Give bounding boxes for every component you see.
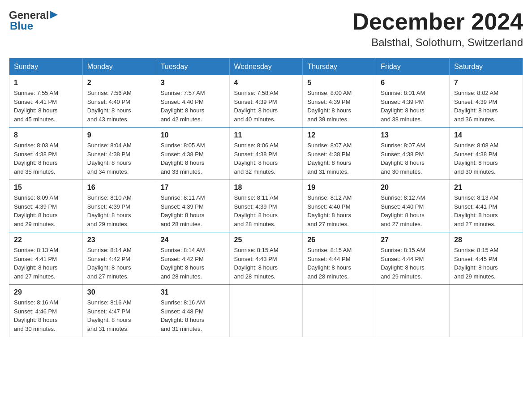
day-number: 25 <box>234 236 298 244</box>
week-row-5: 29Sunrise: 8:16 AMSunset: 4:46 PMDayligh… <box>9 285 523 337</box>
calendar-cell: 24Sunrise: 8:14 AMSunset: 4:42 PMDayligh… <box>156 232 229 285</box>
day-number: 1 <box>14 79 78 87</box>
calendar-cell: 30Sunrise: 8:16 AMSunset: 4:47 PMDayligh… <box>82 285 156 337</box>
calendar-cell <box>376 285 450 337</box>
calendar-cell: 17Sunrise: 8:11 AMSunset: 4:39 PMDayligh… <box>156 180 229 232</box>
weekday-header-row: SundayMondayTuesdayWednesdayThursdayFrid… <box>9 58 523 76</box>
calendar-cell: 14Sunrise: 8:08 AMSunset: 4:38 PMDayligh… <box>450 128 523 180</box>
day-info: Sunrise: 7:57 AMSunset: 4:40 PMDaylight:… <box>161 89 225 124</box>
day-info: Sunrise: 8:12 AMSunset: 4:40 PMDaylight:… <box>307 193 371 228</box>
day-info: Sunrise: 7:55 AMSunset: 4:41 PMDaylight:… <box>14 89 78 124</box>
calendar-cell: 2Sunrise: 7:56 AMSunset: 4:40 PMDaylight… <box>82 75 156 128</box>
day-number: 24 <box>161 236 225 244</box>
week-row-4: 22Sunrise: 8:13 AMSunset: 4:41 PMDayligh… <box>9 232 523 285</box>
day-number: 8 <box>14 131 78 139</box>
calendar-cell: 15Sunrise: 8:09 AMSunset: 4:39 PMDayligh… <box>9 180 83 232</box>
day-info: Sunrise: 8:10 AMSunset: 4:39 PMDaylight:… <box>87 193 151 228</box>
logo-blue-text: Blue <box>10 20 60 32</box>
day-number: 10 <box>161 131 225 139</box>
day-number: 17 <box>161 184 225 192</box>
calendar-table: SundayMondayTuesdayWednesdayThursdayFrid… <box>9 58 523 337</box>
day-info: Sunrise: 8:15 AMSunset: 4:43 PMDaylight:… <box>234 246 298 281</box>
page-header: General Blue December 2024 Balsthal, Sol… <box>9 9 523 49</box>
day-info: Sunrise: 8:16 AMSunset: 4:48 PMDaylight:… <box>161 298 225 333</box>
day-info: Sunrise: 8:15 AMSunset: 4:44 PMDaylight:… <box>381 246 445 281</box>
calendar-cell: 5Sunrise: 8:00 AMSunset: 4:39 PMDaylight… <box>303 75 376 128</box>
calendar-cell: 19Sunrise: 8:12 AMSunset: 4:40 PMDayligh… <box>303 180 376 232</box>
day-info: Sunrise: 8:05 AMSunset: 4:38 PMDaylight:… <box>161 141 225 176</box>
day-number: 29 <box>14 288 78 296</box>
calendar-cell: 20Sunrise: 8:12 AMSunset: 4:40 PMDayligh… <box>376 180 450 232</box>
day-number: 4 <box>234 79 298 87</box>
day-number: 11 <box>234 131 298 139</box>
calendar-cell: 26Sunrise: 8:15 AMSunset: 4:44 PMDayligh… <box>303 232 376 285</box>
day-number: 28 <box>454 236 518 244</box>
day-info: Sunrise: 8:15 AMSunset: 4:44 PMDaylight:… <box>307 246 371 281</box>
day-number: 31 <box>161 288 225 296</box>
weekday-header-thursday: Thursday <box>303 58 376 76</box>
calendar-cell: 23Sunrise: 8:14 AMSunset: 4:42 PMDayligh… <box>82 232 156 285</box>
calendar-cell: 31Sunrise: 8:16 AMSunset: 4:48 PMDayligh… <box>156 285 229 337</box>
day-info: Sunrise: 8:12 AMSunset: 4:40 PMDaylight:… <box>381 193 445 228</box>
calendar-cell: 13Sunrise: 8:07 AMSunset: 4:38 PMDayligh… <box>376 128 450 180</box>
day-info: Sunrise: 8:03 AMSunset: 4:38 PMDaylight:… <box>14 141 78 176</box>
day-info: Sunrise: 8:11 AMSunset: 4:39 PMDaylight:… <box>234 193 298 228</box>
calendar-cell: 3Sunrise: 7:57 AMSunset: 4:40 PMDaylight… <box>156 75 229 128</box>
calendar-cell: 11Sunrise: 8:06 AMSunset: 4:38 PMDayligh… <box>229 128 303 180</box>
calendar-cell: 16Sunrise: 8:10 AMSunset: 4:39 PMDayligh… <box>82 180 156 232</box>
day-number: 26 <box>307 236 371 244</box>
calendar-cell <box>450 285 523 337</box>
calendar-cell: 29Sunrise: 8:16 AMSunset: 4:46 PMDayligh… <box>9 285 83 337</box>
day-info: Sunrise: 7:56 AMSunset: 4:40 PMDaylight:… <box>87 89 151 124</box>
day-info: Sunrise: 8:14 AMSunset: 4:42 PMDaylight:… <box>87 246 151 281</box>
weekday-header-tuesday: Tuesday <box>156 58 229 76</box>
day-number: 16 <box>87 184 151 192</box>
day-info: Sunrise: 7:58 AMSunset: 4:39 PMDaylight:… <box>234 89 298 124</box>
calendar-cell: 4Sunrise: 7:58 AMSunset: 4:39 PMDaylight… <box>229 75 303 128</box>
week-row-3: 15Sunrise: 8:09 AMSunset: 4:39 PMDayligh… <box>9 180 523 232</box>
day-info: Sunrise: 8:00 AMSunset: 4:39 PMDaylight:… <box>307 89 371 124</box>
day-info: Sunrise: 8:16 AMSunset: 4:47 PMDaylight:… <box>87 298 151 333</box>
svg-marker-0 <box>50 11 58 19</box>
logo: General Blue <box>9 9 60 32</box>
logo-arrow-icon <box>50 10 60 20</box>
calendar-cell: 12Sunrise: 8:07 AMSunset: 4:38 PMDayligh… <box>303 128 376 180</box>
calendar-cell: 1Sunrise: 7:55 AMSunset: 4:41 PMDaylight… <box>9 75 83 128</box>
day-number: 30 <box>87 288 151 296</box>
day-info: Sunrise: 8:06 AMSunset: 4:38 PMDaylight:… <box>234 141 298 176</box>
day-number: 13 <box>381 131 445 139</box>
calendar-cell <box>229 285 303 337</box>
calendar-cell: 8Sunrise: 8:03 AMSunset: 4:38 PMDaylight… <box>9 128 83 180</box>
location-title: Balsthal, Solothurn, Switzerland <box>352 36 523 49</box>
weekday-header-sunday: Sunday <box>9 58 83 76</box>
day-info: Sunrise: 8:02 AMSunset: 4:39 PMDaylight:… <box>454 89 518 124</box>
day-info: Sunrise: 8:11 AMSunset: 4:39 PMDaylight:… <box>161 193 225 228</box>
day-number: 19 <box>307 184 371 192</box>
day-info: Sunrise: 8:09 AMSunset: 4:39 PMDaylight:… <box>14 193 78 228</box>
weekday-header-friday: Friday <box>376 58 450 76</box>
day-info: Sunrise: 8:15 AMSunset: 4:45 PMDaylight:… <box>454 246 518 281</box>
weekday-header-saturday: Saturday <box>450 58 523 76</box>
day-info: Sunrise: 8:07 AMSunset: 4:38 PMDaylight:… <box>381 141 445 176</box>
weekday-header-monday: Monday <box>82 58 156 76</box>
day-number: 22 <box>14 236 78 244</box>
day-info: Sunrise: 8:14 AMSunset: 4:42 PMDaylight:… <box>161 246 225 281</box>
calendar-cell: 21Sunrise: 8:13 AMSunset: 4:41 PMDayligh… <box>450 180 523 232</box>
calendar-cell: 27Sunrise: 8:15 AMSunset: 4:44 PMDayligh… <box>376 232 450 285</box>
day-info: Sunrise: 8:13 AMSunset: 4:41 PMDaylight:… <box>454 193 518 228</box>
day-number: 5 <box>307 79 371 87</box>
day-number: 18 <box>234 184 298 192</box>
calendar-cell: 28Sunrise: 8:15 AMSunset: 4:45 PMDayligh… <box>450 232 523 285</box>
calendar-cell: 9Sunrise: 8:04 AMSunset: 4:38 PMDaylight… <box>82 128 156 180</box>
calendar-cell: 22Sunrise: 8:13 AMSunset: 4:41 PMDayligh… <box>9 232 83 285</box>
day-number: 7 <box>454 79 518 87</box>
weekday-header-wednesday: Wednesday <box>229 58 303 76</box>
day-number: 15 <box>14 184 78 192</box>
month-title: December 2024 <box>352 9 523 34</box>
day-number: 9 <box>87 131 151 139</box>
day-number: 27 <box>381 236 445 244</box>
calendar-cell: 7Sunrise: 8:02 AMSunset: 4:39 PMDaylight… <box>450 75 523 128</box>
day-info: Sunrise: 8:07 AMSunset: 4:38 PMDaylight:… <box>307 141 371 176</box>
day-number: 6 <box>381 79 445 87</box>
calendar-cell: 10Sunrise: 8:05 AMSunset: 4:38 PMDayligh… <box>156 128 229 180</box>
